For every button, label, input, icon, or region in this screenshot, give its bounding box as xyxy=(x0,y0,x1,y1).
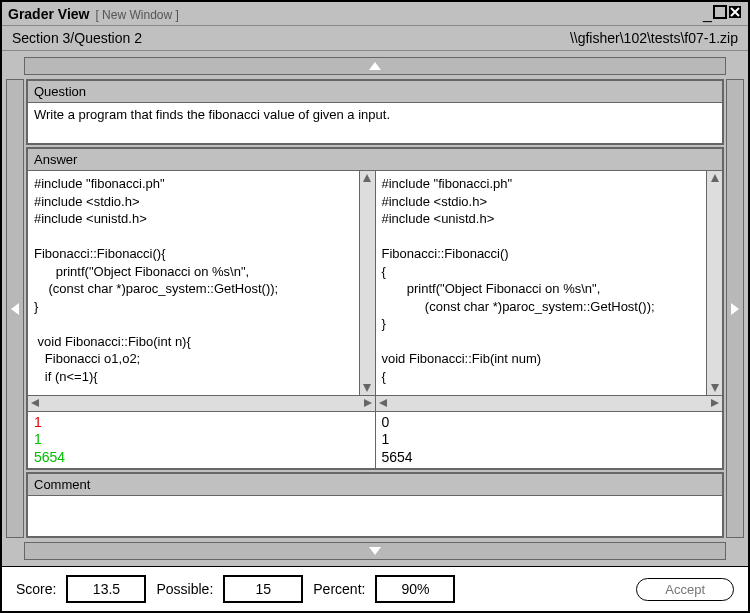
comment-input[interactable] xyxy=(28,496,722,536)
svg-marker-6 xyxy=(31,399,39,407)
maximize-icon[interactable] xyxy=(713,5,727,22)
student-output: 1 1 5654 xyxy=(28,412,375,469)
student-code[interactable]: #include "fibonacci.ph" #include <stdio.… xyxy=(28,171,359,395)
subheader: Section 3/Question 2 \\gfisher\102\tests… xyxy=(2,26,748,51)
student-answer-column: #include "fibonacci.ph" #include <stdio.… xyxy=(28,171,376,468)
right-vscrollbar[interactable] xyxy=(706,171,722,395)
titlebar: Grader View [ New Window ] _ xyxy=(2,2,748,26)
accept-button[interactable]: Accept xyxy=(636,578,734,601)
svg-marker-4 xyxy=(363,174,371,182)
comment-panel: Comment xyxy=(26,472,724,538)
breadcrumb: Section 3/Question 2 xyxy=(12,30,142,46)
svg-marker-8 xyxy=(711,174,719,182)
scroll-down-icon[interactable] xyxy=(708,381,722,395)
scroll-right-icon[interactable] xyxy=(708,396,722,410)
score-label: Score: xyxy=(16,581,56,597)
score-input[interactable] xyxy=(66,575,146,603)
svg-marker-5 xyxy=(363,384,371,392)
left-vscrollbar[interactable] xyxy=(359,171,375,395)
reference-code[interactable]: #include "fibonacci.ph" #include <stdio.… xyxy=(376,171,707,395)
footer: Score: Possible: Percent: Accept xyxy=(2,566,748,611)
answer-header: Answer xyxy=(28,149,722,171)
new-window-link[interactable]: [ New Window ] xyxy=(95,8,178,22)
output-line: 5654 xyxy=(34,449,369,467)
question-panel: Question Write a program that finds the … xyxy=(26,79,724,145)
percent-input[interactable] xyxy=(375,575,455,603)
svg-marker-7 xyxy=(364,399,372,407)
close-icon[interactable] xyxy=(728,5,742,22)
minimize-icon[interactable]: _ xyxy=(703,6,712,22)
svg-marker-13 xyxy=(369,547,381,555)
scroll-left-icon[interactable] xyxy=(28,396,42,410)
svg-marker-2 xyxy=(369,62,381,70)
grader-window: Grader View [ New Window ] _ Section 3/Q… xyxy=(0,0,750,613)
scroll-up-icon[interactable] xyxy=(708,171,722,185)
right-hscrollbar[interactable] xyxy=(376,396,723,412)
reference-output: 0 1 5654 xyxy=(376,412,723,469)
svg-rect-0 xyxy=(714,6,726,18)
nav-left-button[interactable] xyxy=(6,79,24,538)
svg-marker-10 xyxy=(379,399,387,407)
scroll-left-icon[interactable] xyxy=(376,396,390,410)
answer-panel: Answer #include "fibonacci.ph" #include … xyxy=(26,147,724,470)
svg-marker-9 xyxy=(711,384,719,392)
svg-marker-12 xyxy=(731,303,739,315)
possible-label: Possible: xyxy=(156,581,213,597)
output-line: 5654 xyxy=(382,449,717,467)
svg-marker-3 xyxy=(11,303,19,315)
output-line: 1 xyxy=(34,431,369,449)
question-text: Write a program that finds the fibonacci… xyxy=(28,103,722,143)
output-line: 1 xyxy=(382,431,717,449)
left-hscrollbar[interactable] xyxy=(28,396,375,412)
scroll-up-icon[interactable] xyxy=(360,171,374,185)
comment-header: Comment xyxy=(28,474,722,496)
output-line: 0 xyxy=(382,414,717,432)
output-line: 1 xyxy=(34,414,369,432)
main-area: Question Write a program that finds the … xyxy=(2,51,748,566)
nav-right-button[interactable] xyxy=(726,79,744,538)
file-path: \\gfisher\102\tests\f07-1.zip xyxy=(570,30,738,46)
window-title: Grader View xyxy=(8,6,89,22)
scroll-down-icon[interactable] xyxy=(360,381,374,395)
percent-label: Percent: xyxy=(313,581,365,597)
possible-input[interactable] xyxy=(223,575,303,603)
nav-up-button[interactable] xyxy=(24,57,726,75)
nav-down-button[interactable] xyxy=(24,542,726,560)
question-header: Question xyxy=(28,81,722,103)
content-area: Question Write a program that finds the … xyxy=(24,77,726,540)
reference-answer-column: #include "fibonacci.ph" #include <stdio.… xyxy=(376,171,723,468)
svg-marker-11 xyxy=(711,399,719,407)
scroll-right-icon[interactable] xyxy=(361,396,375,410)
